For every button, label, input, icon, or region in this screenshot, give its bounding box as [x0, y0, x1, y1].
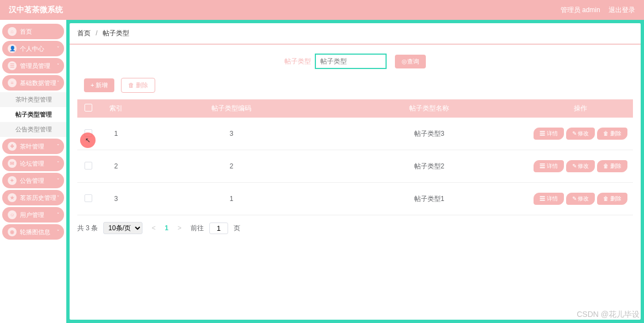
goto-input[interactable]: [209, 223, 228, 234]
sidebar-item-notice[interactable]: ✦公告管理˅: [2, 173, 64, 188]
chevron-down-icon: ˅: [57, 46, 60, 51]
data-icon: ≡: [8, 78, 17, 87]
content-area: 首页 / 帖子类型 帖子类型 ◎ 查询 + 新增 🗑 删除 索引 帖子类型编码: [66, 20, 644, 323]
checkbox-all[interactable]: [85, 104, 92, 112]
row-delete-button[interactable]: 🗑 删除: [597, 193, 627, 205]
subitem-tea-type[interactable]: 茶叶类型管理: [0, 92, 66, 107]
chevron-down-icon: ˅: [57, 161, 60, 166]
subitem-notice-type[interactable]: 公告类型管理: [0, 122, 66, 137]
table-row: 13帖子类型3☰ 详情✎ 修改🗑 删除: [77, 118, 633, 150]
add-button[interactable]: + 新增: [84, 78, 114, 92]
sidebar-item-users[interactable]: ☺用户管理˅: [2, 207, 64, 223]
sidebar-item-tea[interactable]: ❖茶叶管理˅: [2, 139, 64, 154]
notice-icon: ✦: [8, 176, 17, 185]
search-input[interactable]: [315, 54, 387, 69]
row-checkbox[interactable]: [85, 162, 92, 170]
sidebar-item-basedata[interactable]: ≡基础数据管理˅: [2, 75, 64, 91]
delete-button[interactable]: 🗑 删除: [121, 78, 155, 93]
detail-button[interactable]: ☰ 详情: [534, 128, 564, 140]
cell-index: 2: [99, 150, 133, 183]
carousel-icon: ◉: [8, 227, 17, 236]
breadcrumb-current: 帖子类型: [103, 29, 129, 37]
th-op: 操作: [528, 99, 633, 118]
breadcrumb: 首页 / 帖子类型: [70, 23, 641, 45]
tea-icon: ❖: [8, 142, 17, 151]
sidebar-item-profile[interactable]: 👤个人中心˅: [2, 41, 64, 56]
pagination: 共 3 条 10条/页 < 1 > 前往 页: [70, 215, 641, 241]
chevron-down-icon: ˅: [57, 80, 60, 86]
chevron-down-icon: ˅: [57, 63, 60, 68]
cell-name: 帖子类型1: [330, 183, 528, 215]
cell-index: 1: [99, 118, 133, 150]
edit-button[interactable]: ✎ 修改: [566, 193, 595, 205]
user-icon: 👤: [8, 44, 17, 53]
sidebar-item-admin[interactable]: ☰管理员管理˅: [2, 58, 64, 73]
detail-button[interactable]: ☰ 详情: [534, 160, 564, 172]
chevron-down-icon: ˅: [57, 178, 60, 183]
search-label: 帖子类型: [284, 57, 311, 65]
sidebar-item-history[interactable]: ★茗茶历史管理˅: [2, 190, 64, 205]
row-checkbox[interactable]: [85, 129, 92, 137]
cell-code: 2: [133, 150, 330, 183]
forum-icon: ✉: [8, 159, 17, 168]
chevron-down-icon: ˅: [57, 195, 60, 200]
home-icon: ⌂: [8, 27, 17, 36]
logout-link[interactable]: 退出登录: [609, 6, 635, 14]
edit-button[interactable]: ✎ 修改: [566, 128, 595, 140]
cell-name: 帖子类型2: [330, 150, 528, 183]
total-label: 共 3 条: [77, 224, 98, 233]
users-icon: ☺: [8, 210, 17, 219]
breadcrumb-home[interactable]: 首页: [77, 29, 91, 37]
sidebar-item-home[interactable]: ⌂首页: [2, 24, 64, 39]
prev-button[interactable]: <: [148, 224, 159, 232]
row-delete-button[interactable]: 🗑 删除: [597, 128, 627, 140]
sidebar-item-forum[interactable]: ✉论坛管理˅: [2, 156, 64, 171]
cell-code: 3: [133, 118, 330, 150]
th-index: 索引: [99, 99, 133, 118]
row-delete-button[interactable]: 🗑 删除: [597, 160, 627, 172]
row-checkbox[interactable]: [85, 194, 92, 202]
sidebar: ⌂首页 👤个人中心˅ ☰管理员管理˅ ≡基础数据管理˅ 茶叶类型管理 帖子类型管…: [0, 20, 66, 323]
cell-index: 3: [99, 183, 133, 215]
page-size-select[interactable]: 10条/页: [103, 222, 142, 234]
app-title: 汉中茗茶微系统: [9, 5, 63, 15]
top-bar: 汉中茗茶微系统 管理员 admin 退出登录: [0, 0, 644, 20]
table-row: 31帖子类型1☰ 详情✎ 修改🗑 删除: [77, 183, 633, 215]
admin-icon: ☰: [8, 61, 17, 70]
table-row: 22帖子类型2☰ 详情✎ 修改🗑 删除: [77, 150, 633, 183]
toolbar: + 新增 🗑 删除: [70, 75, 641, 99]
search-bar: 帖子类型 ◎ 查询: [70, 45, 641, 75]
th-code: 帖子类型编码: [133, 99, 330, 118]
history-icon: ★: [8, 193, 17, 202]
watermark: CSDN @花儿毕设: [577, 310, 640, 320]
sidebar-item-carousel[interactable]: ◉轮播图信息˅: [2, 224, 64, 240]
edit-button[interactable]: ✎ 修改: [566, 160, 595, 172]
chevron-down-icon: ˅: [57, 212, 60, 218]
chevron-down-icon: ˅: [57, 229, 60, 235]
next-button[interactable]: >: [174, 224, 185, 232]
chevron-down-icon: ˅: [57, 144, 60, 149]
subitem-post-type[interactable]: 帖子类型管理: [0, 107, 66, 122]
current-page[interactable]: 1: [165, 224, 168, 232]
detail-button[interactable]: ☰ 详情: [534, 193, 564, 205]
data-table: 索引 帖子类型编码 帖子类型名称 操作 13帖子类型3☰ 详情✎ 修改🗑 删除2…: [77, 99, 633, 215]
admin-label[interactable]: 管理员 admin: [561, 6, 600, 14]
cell-name: 帖子类型3: [330, 118, 528, 150]
th-name: 帖子类型名称: [330, 99, 528, 118]
cell-code: 1: [133, 183, 330, 215]
search-button[interactable]: ◎ 查询: [395, 55, 426, 68]
